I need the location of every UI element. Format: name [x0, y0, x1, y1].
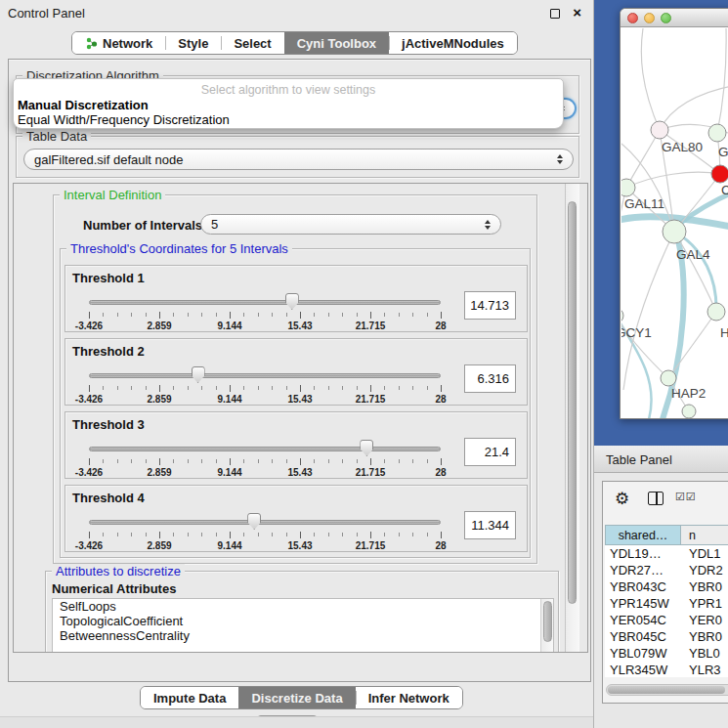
cell-shared-name[interactable]: YBL079W — [605, 645, 681, 662]
column-header-shared-name[interactable]: shared… — [605, 525, 681, 545]
bottom-tab-discretize-data[interactable]: Discretize Data — [238, 687, 355, 708]
threshold-slider[interactable]: -3.4262.8599.14415.4321.71528 — [89, 513, 445, 550]
slider-handle[interactable] — [285, 293, 299, 310]
network-canvas[interactable]: GAL80GACGAL11GAL4GCY1HHAP2 — [621, 28, 728, 418]
network-edge[interactable] — [641, 28, 660, 130]
scrollbar-thumb[interactable] — [568, 201, 577, 604]
cell-shared-name[interactable]: YBR045C — [605, 628, 681, 645]
float-window-icon[interactable] — [550, 9, 560, 19]
tab-network[interactable]: Network — [72, 32, 165, 54]
close-traffic-light-icon[interactable] — [627, 13, 638, 23]
slider-handle[interactable] — [192, 366, 205, 383]
cell-name[interactable]: YER0 — [681, 612, 728, 628]
network-node[interactable] — [621, 308, 623, 323]
table-horizontal-scrollbar[interactable] — [606, 684, 728, 696]
minimize-traffic-light-icon[interactable] — [644, 13, 655, 23]
numerical-attributes-list[interactable]: SelfLoopsTopologicalCoefficientBetweenne… — [52, 598, 554, 653]
threshold-value-field[interactable]: 21.4 — [464, 438, 516, 466]
table-row[interactable]: YBL079WYBL0 — [605, 645, 728, 662]
slider-track[interactable] — [89, 373, 441, 378]
network-node-label: GA — [718, 145, 728, 159]
gear-icon[interactable]: ⚙ — [615, 489, 629, 509]
network-node[interactable] — [711, 165, 728, 183]
attribute-list-item[interactable]: SelfLoops — [53, 599, 553, 614]
attribute-list-item[interactable]: TopologicalCoefficient — [53, 614, 553, 628]
cell-shared-name[interactable]: YPR145W — [605, 595, 681, 612]
cell-shared-name[interactable]: YDR27… — [605, 562, 681, 578]
slider-tick — [243, 386, 244, 390]
table-row[interactable]: YPR145WYPR1 — [605, 595, 728, 612]
attributes-list-scrollbar[interactable] — [540, 599, 553, 653]
close-icon[interactable]: × — [573, 4, 581, 21]
cell-name[interactable]: YBR0 — [681, 628, 728, 645]
network-node[interactable] — [651, 121, 668, 139]
cell-name[interactable]: YBR0 — [681, 578, 728, 595]
scrollbar-thumb[interactable] — [543, 601, 552, 642]
network-edge[interactable] — [660, 85, 728, 130]
slider-handle[interactable] — [247, 513, 261, 530]
table-data-combobox[interactable]: galFiltered.sif default node — [23, 149, 574, 170]
cell-shared-name[interactable]: YDL19… — [605, 545, 681, 562]
table-row[interactable]: YBR043CYBR0 — [605, 578, 728, 595]
thresholds-title: Threshold's Coordinates for 5 Intervals — [66, 241, 292, 256]
table-row[interactable]: YDR27…YDR2 — [605, 562, 728, 578]
tab-style[interactable]: Style — [165, 32, 221, 54]
number-of-intervals-combobox[interactable]: 5 — [200, 214, 501, 235]
attribute-list-item[interactable]: BetweennessCentrality — [53, 628, 553, 643]
slider-tick — [370, 458, 371, 465]
network-edge[interactable] — [668, 312, 716, 378]
slider-tick — [412, 386, 413, 390]
select-columns-checkboxes-icon[interactable]: ☑☑ — [675, 491, 697, 503]
panel-vertical-scrollbar[interactable] — [565, 184, 579, 652]
numerical-attributes-label: Numerical Attributes — [52, 581, 176, 596]
zoom-traffic-light-icon[interactable] — [661, 13, 671, 23]
network-node[interactable] — [682, 405, 696, 418]
network-window-titlebar[interactable] — [621, 9, 728, 27]
network-edge[interactable] — [623, 232, 674, 390]
network-node[interactable] — [661, 370, 676, 386]
table-row[interactable]: YDL19…YDL1 — [605, 545, 728, 562]
column-header-name[interactable]: n — [681, 525, 728, 545]
bottom-tab-infer-network[interactable]: Infer Network — [356, 687, 462, 708]
cell-name[interactable]: YPR1 — [681, 595, 728, 612]
threshold-value-field[interactable]: 11.344 — [464, 511, 516, 539]
slider-tick — [173, 386, 174, 390]
tab-jactivemnodules[interactable]: jActiveMNodules — [389, 32, 517, 54]
cell-shared-name[interactable]: YBR043C — [605, 578, 681, 595]
cell-shared-name[interactable]: YLR345W — [605, 662, 681, 677]
slider-tick — [159, 458, 160, 465]
network-edge[interactable] — [626, 172, 720, 188]
cell-name[interactable]: YDR2 — [681, 562, 728, 578]
tab-select[interactable]: Select — [221, 32, 283, 54]
scrollbar-thumb[interactable] — [608, 686, 725, 694]
tab-cyni-toolbox[interactable]: Cyni Toolbox — [284, 32, 389, 54]
columns-icon[interactable] — [648, 492, 664, 505]
network-view-window[interactable]: GAL80GACGAL11GAL4GCY1HHAP2 — [620, 8, 728, 419]
network-node[interactable] — [621, 179, 635, 196]
slider-track[interactable] — [89, 520, 441, 525]
table-row[interactable]: YBR045CYBR0 — [605, 628, 728, 645]
algorithm-option[interactable]: Equal Width/Frequency Discretization — [18, 112, 559, 127]
bottom-tab-impute-data[interactable]: Impute Data — [141, 687, 238, 708]
threshold-slider[interactable]: -3.4262.8599.14415.4321.71528 — [89, 293, 445, 330]
threshold-value-field[interactable]: 6.316 — [464, 364, 516, 393]
threshold-slider[interactable]: -3.4262.8599.14415.4321.71528 — [89, 440, 445, 477]
threshold-slider[interactable]: -3.4262.8599.14415.4321.71528 — [89, 366, 445, 404]
cell-shared-name[interactable]: YER054C — [605, 612, 681, 628]
table-row[interactable]: YLR345WYLR3 — [605, 662, 728, 677]
cell-name[interactable]: YDL1 — [681, 545, 728, 562]
slider-handle[interactable] — [360, 440, 373, 456]
slider-tick — [173, 533, 174, 536]
table-row[interactable]: YER054CYER0 — [605, 612, 728, 628]
threshold-value-field[interactable]: 14.713 — [464, 291, 516, 320]
network-node[interactable] — [708, 124, 726, 142]
network-edge[interactable] — [717, 28, 726, 133]
network-node[interactable] — [707, 303, 725, 321]
network-edge[interactable] — [626, 130, 660, 188]
slider-track[interactable] — [89, 447, 441, 451]
network-node[interactable] — [663, 220, 686, 243]
cell-name[interactable]: YBL0 — [681, 645, 728, 662]
slider-track[interactable] — [89, 300, 441, 305]
algorithm-option[interactable]: Manual Discretization — [18, 98, 559, 112]
cell-name[interactable]: YLR3 — [681, 662, 728, 677]
